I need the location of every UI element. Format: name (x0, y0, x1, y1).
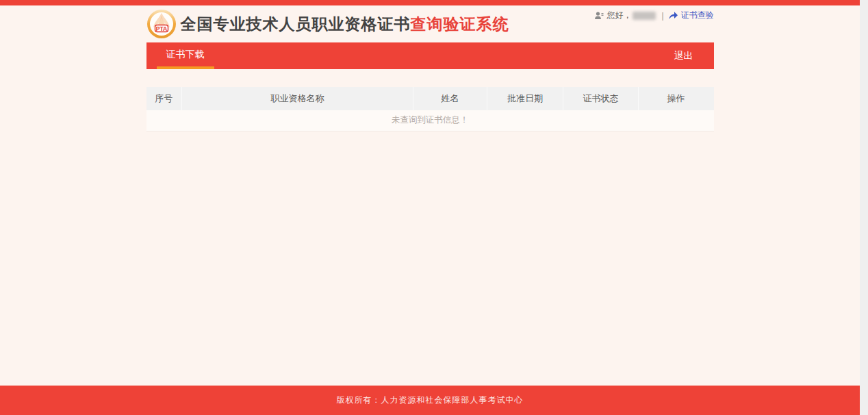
col-header-qualification-name: 职业资格名称 (182, 87, 413, 110)
page-viewport: PTA 全国专业技术人员职业资格证书查询验证系统 您好， | (0, 0, 860, 415)
forward-arrow-icon (668, 11, 678, 20)
logout-label: 退出 (674, 50, 693, 62)
col-header-index: 序号 (146, 87, 182, 110)
certificate-table: 序号 职业资格名称 姓名 批准日期 证书状态 操作 未查询到证书信息！ (146, 87, 714, 131)
col-header-operation: 操作 (638, 87, 713, 110)
user-info-bar: 您好， | 证书查验 (594, 10, 713, 21)
page-title-accent: 查询验证系统 (411, 15, 509, 33)
svg-text:PTA: PTA (155, 25, 166, 32)
user-greeting: 您好， (607, 10, 631, 21)
page-title: 全国专业技术人员职业资格证书查询验证系统 (181, 14, 509, 35)
user-icon (594, 11, 604, 21)
page-title-main: 全国专业技术人员职业资格证书 (181, 15, 411, 33)
logout-button[interactable]: 退出 (665, 42, 714, 69)
separator: | (661, 11, 663, 21)
table-header-row: 序号 职业资格名称 姓名 批准日期 证书状态 操作 (146, 87, 714, 110)
col-header-approval-date: 批准日期 (487, 87, 563, 110)
tab-certificate-download-label: 证书下载 (166, 49, 205, 61)
nav-spacer (214, 42, 665, 69)
top-accent-bar (0, 0, 860, 5)
empty-state-row: 未查询到证书信息！ (146, 110, 714, 131)
certificate-table-wrap: 序号 职业资格名称 姓名 批准日期 证书状态 操作 未查询到证书信息！ (146, 87, 714, 131)
empty-state-message: 未查询到证书信息！ (146, 110, 714, 131)
nav-bar: 证书下载 退出 (146, 42, 714, 69)
header: PTA 全国专业技术人员职业资格证书查询验证系统 您好， | (146, 5, 714, 42)
user-name-redacted (633, 12, 656, 20)
footer: 版权所有：人力资源和社会保障部人事考试中心 (0, 386, 860, 415)
certificate-verify-link[interactable]: 证书查验 (668, 10, 714, 21)
pta-logo-icon: PTA (146, 9, 177, 39)
copyright-text: 版权所有：人力资源和社会保障部人事考试中心 (337, 394, 524, 406)
col-header-name: 姓名 (413, 87, 487, 110)
certificate-verify-label: 证书查验 (681, 10, 714, 21)
browser-scrollbar[interactable] (860, 0, 868, 415)
col-header-certificate-status: 证书状态 (563, 87, 638, 110)
tab-certificate-download[interactable]: 证书下载 (157, 42, 214, 69)
